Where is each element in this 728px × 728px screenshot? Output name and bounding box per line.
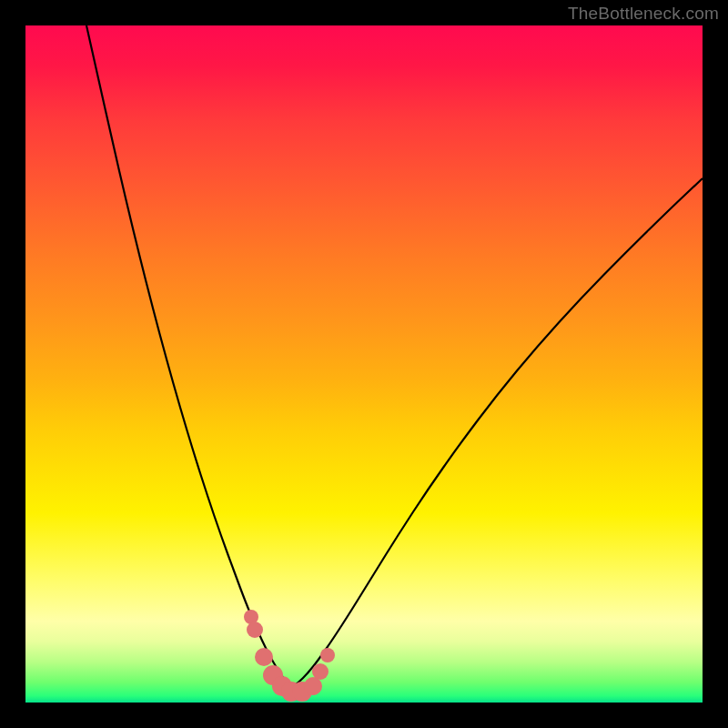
data-marker	[255, 648, 273, 666]
watermark-text: TheBottleneck.com	[568, 4, 719, 24]
data-marker	[304, 677, 322, 695]
chart-frame: TheBottleneck.com	[0, 0, 728, 728]
marker-layer	[25, 25, 703, 703]
data-marker	[320, 648, 335, 662]
data-marker	[312, 663, 329, 680]
plot-area	[25, 25, 703, 703]
data-marker	[247, 622, 263, 638]
